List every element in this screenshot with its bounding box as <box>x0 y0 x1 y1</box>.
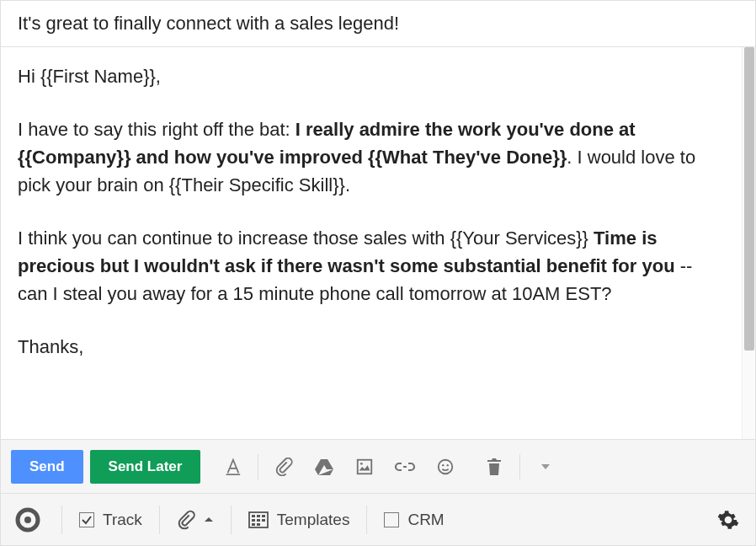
svg-rect-16 <box>257 523 260 526</box>
templates-label: Templates <box>277 511 350 529</box>
svg-rect-1 <box>358 459 372 474</box>
merge-token: {{Their Specific Skill}} <box>169 174 345 195</box>
separator <box>519 454 520 479</box>
svg-rect-13 <box>257 519 260 522</box>
body-text: Hi <box>18 66 40 87</box>
body-text: I think you can continue to increase tho… <box>18 228 450 249</box>
body-text: . <box>345 174 350 195</box>
compose-window: It's great to finally connect with a sal… <box>0 0 756 546</box>
send-later-button[interactable]: Send Later <box>90 450 201 484</box>
formatting-icon[interactable] <box>216 450 249 484</box>
separator <box>258 454 258 479</box>
extension-toolbar: Track Templates CRM <box>1 493 755 545</box>
svg-point-3 <box>439 459 453 474</box>
crm-checkbox[interactable] <box>384 512 399 527</box>
svg-point-2 <box>360 462 363 464</box>
attachments-menu[interactable] <box>177 510 214 530</box>
settings-icon[interactable] <box>711 503 745 537</box>
body-bold: I really admire the work you've done at <box>295 119 636 140</box>
body-text: I have to say this right off the bat: <box>18 119 295 140</box>
scrollbar[interactable] <box>742 47 755 439</box>
templates-button[interactable]: Templates <box>248 511 350 529</box>
link-icon[interactable] <box>388 450 422 484</box>
merge-token: {{Company}} <box>18 147 130 168</box>
merge-token: {{First Name}} <box>40 66 156 87</box>
compose-toolbar: Send Send Later <box>1 439 755 493</box>
svg-point-5 <box>447 463 449 465</box>
track-checkbox[interactable] <box>79 512 94 527</box>
drive-icon[interactable] <box>307 450 341 484</box>
send-later-label: Send Later <box>109 458 183 474</box>
separator <box>366 506 367 534</box>
emoji-icon[interactable] <box>429 450 462 484</box>
separator <box>231 506 232 534</box>
svg-rect-15 <box>252 523 255 526</box>
separator <box>159 506 160 534</box>
templates-icon <box>248 511 269 528</box>
merge-token: {{What They've Done}} <box>368 147 567 168</box>
body-text: , <box>156 66 161 87</box>
brand-icon[interactable] <box>11 503 45 537</box>
scrollbar-thumb[interactable] <box>744 47 754 351</box>
body-area: Hi {{First Name}}, I have to say this ri… <box>1 47 755 439</box>
body-text: Thanks, <box>18 336 83 357</box>
send-button[interactable]: Send <box>11 450 83 484</box>
svg-rect-14 <box>262 519 265 522</box>
crm-toggle[interactable]: CRM <box>384 511 444 529</box>
separator <box>61 506 62 534</box>
svg-point-7 <box>24 517 31 523</box>
chevron-up-icon <box>204 515 214 525</box>
svg-rect-11 <box>262 515 265 517</box>
crm-label: CRM <box>407 511 444 529</box>
insert-photo-icon[interactable] <box>348 450 381 484</box>
attach-icon[interactable] <box>267 450 301 484</box>
svg-rect-12 <box>252 519 255 522</box>
subject-text: It's great to finally connect with a sal… <box>18 13 399 34</box>
email-body[interactable]: Hi {{First Name}}, I have to say this ri… <box>1 47 742 439</box>
body-text: . <box>567 147 577 168</box>
svg-point-4 <box>442 463 444 465</box>
svg-rect-10 <box>257 515 260 517</box>
subject-field[interactable]: It's great to finally connect with a sal… <box>1 1 755 47</box>
svg-rect-9 <box>252 515 255 517</box>
send-label: Send <box>29 458 65 474</box>
body-bold: and how you've improved <box>130 147 368 168</box>
track-label: Track <box>103 511 142 529</box>
more-options-icon[interactable] <box>529 450 562 484</box>
paperclip-icon <box>177 510 195 530</box>
discard-icon[interactable] <box>477 450 511 484</box>
merge-token: {{Your Services}} <box>450 228 588 249</box>
track-toggle[interactable]: Track <box>79 511 142 529</box>
